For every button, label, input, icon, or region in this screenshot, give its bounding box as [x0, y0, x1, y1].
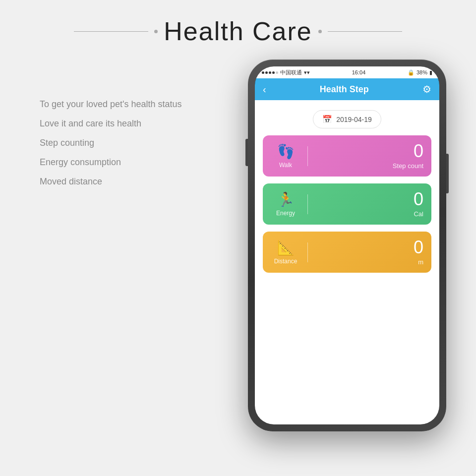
status-right: 🔒 38% ▮ [408, 69, 432, 76]
energy-divider [307, 194, 308, 214]
date-value: 2019-04-19 [336, 116, 372, 123]
distance-value: 0 [414, 238, 423, 256]
right-line [328, 31, 402, 32]
walk-label: Walk [279, 162, 292, 169]
distance-icon: 📐 [277, 239, 295, 256]
battery: 38% [416, 69, 427, 75]
status-bar: 中国联通 ▾▾ 16:04 🔒 38% ▮ [255, 66, 439, 78]
app-content: 📅 2019-04-19 👣 Walk 0 Step count [255, 100, 439, 424]
settings-icon[interactable]: ⚙ [422, 83, 431, 95]
left-line [74, 31, 148, 32]
dot5 [276, 71, 278, 74]
feature-5: Moved distance [40, 177, 182, 187]
header-section: Health Care [0, 0, 476, 49]
dot1 [262, 71, 264, 74]
energy-icon: 🏃 [277, 191, 295, 208]
walk-card-left: 👣 Walk [271, 143, 300, 169]
distance-card-left: 📐 Distance [271, 239, 300, 265]
distance-label: Distance [274, 258, 298, 265]
calendar-icon: 📅 [322, 115, 332, 124]
header-decor: Health Care [0, 24, 476, 39]
distance-divider [307, 242, 308, 262]
energy-value: 0 [414, 190, 423, 208]
walk-divider [307, 146, 308, 166]
phone-frame: 中国联通 ▾▾ 16:04 🔒 38% ▮ ‹ Health Step ⚙ [248, 60, 446, 431]
phone-mockup: 中国联通 ▾▾ 16:04 🔒 38% ▮ ‹ Health Step ⚙ [248, 60, 446, 431]
wifi-icon: ▾▾ [304, 69, 310, 76]
energy-card-left: 🏃 Energy [271, 191, 300, 217]
dot3 [269, 71, 271, 74]
walk-card-right: 0 Step count [315, 142, 423, 170]
energy-label: Energy [276, 210, 295, 217]
app-title: Health Step [320, 84, 369, 95]
left-dot [154, 30, 158, 33]
energy-card-right: 0 Cal [315, 190, 423, 218]
time: 16:04 [352, 69, 366, 75]
battery-icon: ▮ [429, 69, 432, 76]
status-left: 中国联通 ▾▾ [262, 69, 310, 76]
distance-card-right: 0 m [315, 238, 423, 266]
energy-unit: Cal [414, 210, 423, 218]
feature-2: Love it and care its health [40, 119, 182, 129]
feature-4: Energy consumption [40, 157, 182, 168]
distance-unit: m [418, 258, 423, 266]
phone-screen: 中国联通 ▾▾ 16:04 🔒 38% ▮ ‹ Health Step ⚙ [255, 66, 439, 424]
walk-unit: Step count [393, 162, 423, 170]
date-picker[interactable]: 📅 2019-04-19 [313, 110, 381, 128]
page-title: Health Care [164, 16, 312, 46]
walk-icon: 👣 [277, 143, 295, 160]
app-bar: ‹ Health Step ⚙ [255, 78, 439, 100]
distance-card: 📐 Distance 0 m [263, 232, 431, 273]
lock-icon: 🔒 [408, 69, 415, 76]
feature-3: Step counting [40, 138, 182, 148]
back-button[interactable]: ‹ [263, 84, 266, 95]
right-dot [318, 30, 322, 33]
walk-value: 0 [414, 142, 423, 160]
carrier: 中国联通 [280, 69, 302, 76]
signal-dots [262, 71, 278, 74]
dot2 [265, 71, 268, 74]
header: Health Care [0, 0, 476, 49]
features-list: To get your loved pet's health status Lo… [40, 99, 182, 196]
energy-card: 🏃 Energy 0 Cal [263, 183, 431, 225]
feature-1: To get your loved pet's health status [40, 99, 182, 110]
dot4 [272, 71, 275, 74]
walk-card: 👣 Walk 0 Step count [263, 135, 431, 177]
